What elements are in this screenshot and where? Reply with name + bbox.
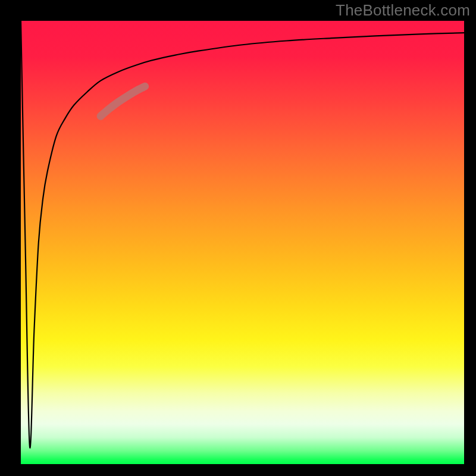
highlight-segment [101,86,145,116]
plot-area [21,21,464,464]
curve-svg [21,21,464,464]
bottleneck-curve [21,21,464,448]
watermark-text: TheBottleneck.com [336,1,470,20]
chart-frame: TheBottleneck.com [0,0,476,476]
